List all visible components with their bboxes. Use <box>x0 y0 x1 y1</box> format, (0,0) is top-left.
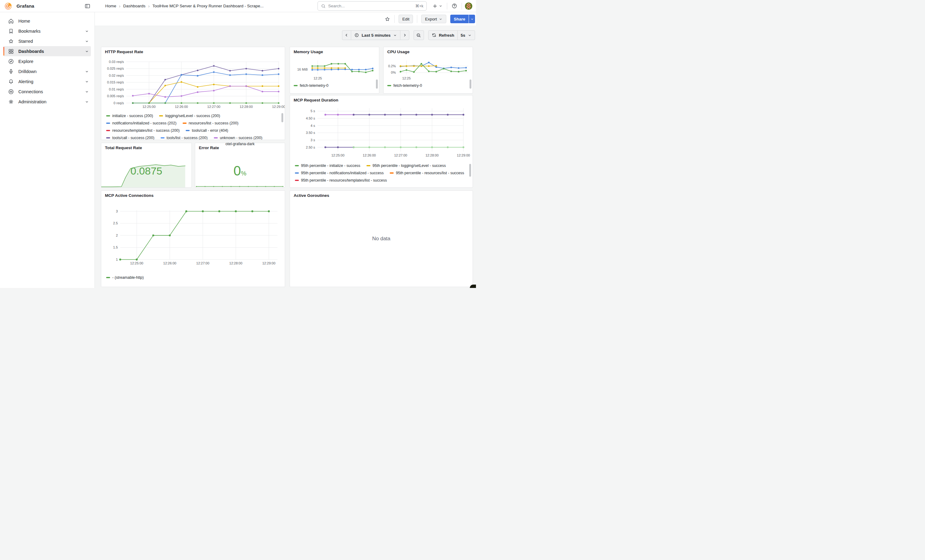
svg-text:0.025 req/s: 0.025 req/s <box>107 67 124 70</box>
legend-item[interactable]: logging/setLevel - success (200) <box>159 112 220 120</box>
sidebar-item-connections[interactable]: Connections <box>4 87 91 97</box>
legend-item[interactable]: resources/templates/list - success (200) <box>106 127 179 134</box>
svg-text:12:28:00: 12:28:00 <box>425 153 438 157</box>
breadcrumb-separator: › <box>119 4 121 9</box>
legend-swatch <box>106 123 110 124</box>
grafana-logo-icon[interactable] <box>4 2 12 10</box>
dashboard-content: Last 5 minutes Refresh 5s <box>95 26 476 288</box>
favorite-star-icon[interactable] <box>384 16 390 22</box>
breadcrumb-item[interactable]: Home <box>105 4 116 8</box>
drilldown-icon <box>8 69 14 75</box>
legend-swatch <box>390 173 394 174</box>
gear-icon <box>8 99 14 105</box>
legend-item[interactable]: 95th percentile - resources/list - succe… <box>390 169 464 177</box>
legend-item[interactable]: 95th percentile - resources/templates/li… <box>295 177 387 184</box>
sidebar-item-drilldown[interactable]: Drilldown <box>4 66 91 77</box>
corner-widget[interactable] <box>470 285 476 288</box>
sidebar-item-dashboards[interactable]: Dashboards <box>4 46 91 56</box>
panel-title[interactable]: Memory Usage <box>294 50 323 54</box>
help-icon[interactable] <box>450 2 458 10</box>
legend-scrollbar[interactable] <box>282 113 283 122</box>
zoom-out-button[interactable] <box>414 30 424 40</box>
breadcrumb-item[interactable]: Dashboards <box>123 4 146 8</box>
panel-title[interactable]: Total Request Rate <box>105 146 142 150</box>
sidebar-item-label: Alerting <box>18 79 85 84</box>
legend-item[interactable]: unknown - success (200) <box>214 134 262 140</box>
star-icon <box>8 38 14 44</box>
edit-button[interactable]: Edit <box>399 15 413 23</box>
legend-scrollbar[interactable] <box>470 80 472 89</box>
time-forward-button[interactable] <box>400 30 409 40</box>
sidebar-item-home[interactable]: Home <box>4 16 91 26</box>
divider <box>394 15 395 23</box>
chevron-down-icon <box>85 69 89 74</box>
legend-item[interactable]: tools/call - success (200) <box>106 134 154 140</box>
legend-item[interactable]: fetch-telemetry-0 <box>294 82 328 89</box>
sidebar-item-starred[interactable]: Starred <box>4 36 91 46</box>
grid-icon <box>8 48 14 54</box>
legend-scrollbar[interactable] <box>376 80 378 89</box>
breadcrumb-separator: › <box>148 4 149 9</box>
user-avatar[interactable] <box>465 3 472 10</box>
share-button[interactable]: Share <box>450 15 469 23</box>
legend-item[interactable]: tools/list - success (200) <box>161 134 208 140</box>
bell-icon <box>8 78 14 85</box>
export-button[interactable]: Export <box>421 15 446 23</box>
panel-title[interactable]: Active Goroutines <box>294 193 329 198</box>
panel-title[interactable]: CPU Usage <box>387 50 410 54</box>
top-bar: Grafana Home›Dashboards›ToolHive MCP Ser… <box>0 0 476 12</box>
legend-item[interactable]: notifications/initialized - success (202… <box>106 120 176 127</box>
refresh-button[interactable]: Refresh <box>428 30 458 40</box>
share-chevron-button[interactable] <box>469 15 475 23</box>
brand-name: Grafana <box>17 3 34 9</box>
legend-swatch <box>295 165 299 167</box>
chevron-down-icon <box>393 33 397 37</box>
search-box[interactable]: ⌘+k <box>318 1 427 11</box>
legend-item[interactable]: 95th percentile - initialize - success <box>295 162 360 169</box>
legend-swatch <box>106 115 110 117</box>
panel-memory-usage: Memory Usage 16 MiB12:25 fetch-telemetry… <box>290 47 379 93</box>
svg-text:12:25: 12:25 <box>313 77 322 80</box>
svg-text:0.005 req/s: 0.005 req/s <box>107 94 124 98</box>
sidebar-item-explore[interactable]: Explore <box>4 56 91 66</box>
breadcrumb-item[interactable]: ToolHive MCP Server & Proxy Runner Dashb… <box>152 4 264 8</box>
time-back-button[interactable] <box>342 30 351 40</box>
legend-swatch <box>186 130 190 131</box>
sidebar-item-label: Starred <box>18 39 85 44</box>
clock-icon <box>354 33 359 38</box>
legend-swatch <box>159 115 163 117</box>
svg-text:0.03 req/s: 0.03 req/s <box>109 60 124 64</box>
legend-swatch <box>106 130 110 131</box>
legend-item[interactable]: fetch-telemetry-0 <box>387 82 422 89</box>
no-data-message: No data <box>290 191 473 287</box>
panel-title[interactable]: MCP Request Duration <box>294 98 338 102</box>
refresh-interval-picker[interactable]: 5s <box>457 30 475 40</box>
legend-item[interactable]: tools/call - error (404) <box>186 127 228 134</box>
legend-item[interactable]: initialize - success (200) <box>106 112 153 120</box>
home-icon <box>8 18 14 24</box>
connections-icon <box>8 89 14 95</box>
datasource-overlay-label: otel-grafana-dark <box>226 142 255 146</box>
legend-item[interactable]: 95th percentile - logging/setLevel - suc… <box>366 162 446 169</box>
legend-swatch <box>182 123 187 124</box>
search-input[interactable] <box>328 4 416 8</box>
svg-text:5 s: 5 s <box>310 109 315 113</box>
legend-swatch <box>214 137 218 139</box>
panel-title[interactable]: Error Rate <box>199 146 219 150</box>
legend-item[interactable]: resources/list - success (200) <box>182 120 239 127</box>
sidebar-item-alerting[interactable]: Alerting <box>4 77 91 87</box>
legend-item[interactable]: 95th percentile - notifications/initiali… <box>295 169 384 177</box>
breadcrumb: Home›Dashboards›ToolHive MCP Server & Pr… <box>105 4 264 9</box>
sidebar-item-bookmarks[interactable]: Bookmarks <box>4 26 91 36</box>
panel-title[interactable]: HTTP Request Rate <box>105 50 143 54</box>
sidebar-item-label: Administration <box>18 99 85 104</box>
sidebar-item-administration[interactable]: Administration <box>4 97 91 107</box>
legend-scrollbar[interactable] <box>469 164 471 177</box>
svg-text:2.5: 2.5 <box>113 221 118 225</box>
add-button[interactable] <box>431 2 444 10</box>
svg-text:12:27:00: 12:27:00 <box>207 105 220 108</box>
dock-sidebar-icon[interactable] <box>84 3 90 9</box>
time-range-picker[interactable]: Last 5 minutes <box>351 30 401 40</box>
legend-item[interactable]: - (streamable-http) <box>106 274 144 281</box>
panel-title[interactable]: MCP Active Connections <box>105 193 154 198</box>
